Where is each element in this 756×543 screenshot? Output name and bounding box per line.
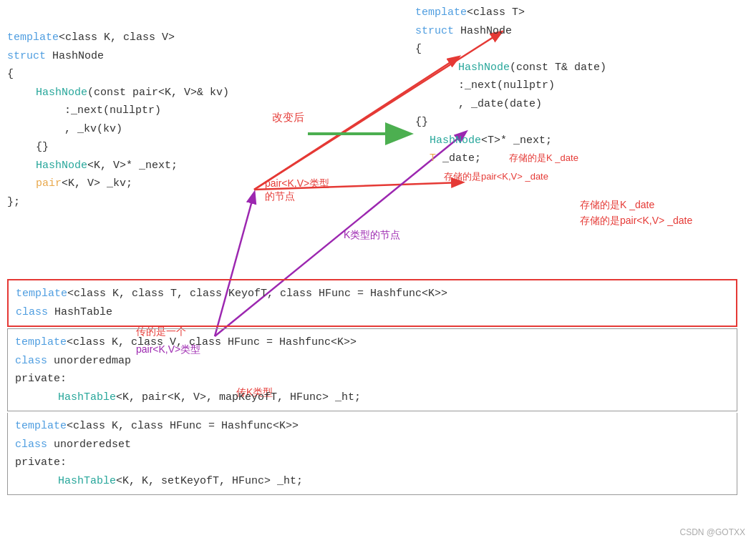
tl-line8: HashNode<K, V>* _next;: [7, 157, 229, 175]
tl-line3: {: [7, 65, 229, 84]
ht-line2: class HashTable: [16, 303, 729, 322]
us-line1: template<class K, class HFunc = Hashfunc…: [15, 417, 730, 436]
unorderedset-box: template<class K, class HFunc = Hashfunc…: [7, 413, 737, 495]
annotation-store-k: 存储的是K _date: [580, 199, 654, 212]
tr-line4: HashNode(const T& date): [415, 59, 606, 77]
um-line3: private:: [15, 370, 730, 388]
us-line2: class unorderedset: [15, 436, 730, 454]
annotation-pair-kv: pair<K,V>类型 的节点: [265, 177, 329, 203]
top-left-code: template<class K, class V> struct HashNo…: [7, 29, 229, 211]
tr-line5: :_next(nullptr): [415, 77, 606, 95]
watermark: CSDN @GOTXX: [679, 527, 745, 537]
tl-line5: :_next(nullptr): [7, 102, 229, 120]
um-line4: HashTable<K, pair<K, V>, mapKeyofT, HFun…: [15, 388, 730, 407]
tl-line1: template<class K, class V>: [7, 29, 229, 47]
um-line1: template<class K, class V, class HFunc =…: [15, 333, 730, 352]
main-container: template<class T> struct HashNode { Hash…: [0, 0, 756, 543]
annotation-store-pair: 存储的是pair<K,V> _date: [580, 215, 692, 228]
tl-line6: , _kv(kv): [7, 120, 229, 139]
tl-line9: pair<K, V> _kv;: [7, 175, 229, 193]
us-line4: HashTable<K, K, setKeyofT, HFunc> _ht;: [15, 472, 730, 491]
bottom-area: template<class K, class T, class KeyofT,…: [7, 279, 737, 495]
change-after-label: 改变后: [272, 111, 304, 124]
top-right-code: template<class T> struct HashNode { Hash…: [415, 4, 606, 186]
us-line3: private:: [15, 454, 730, 472]
tl-line2: struct HashNode: [7, 47, 229, 66]
um-line2: class unorderedmap: [15, 352, 730, 371]
tr-line7: {}: [415, 113, 606, 132]
tl-line4: HashNode(const pair<K, V>& kv): [7, 84, 229, 102]
tr-line1: template<class T>: [415, 4, 606, 22]
tl-line7: {}: [7, 138, 229, 157]
tr-line6: , _date(date): [415, 95, 606, 114]
ht-line1: template<class K, class T, class KeyofT,…: [16, 285, 729, 303]
hashtable-box: template<class K, class T, class KeyofT,…: [7, 279, 737, 327]
tl-line10: };: [7, 193, 229, 212]
unorderedmap-box: template<class K, class V, class HFunc =…: [7, 328, 737, 411]
tr-line2: struct HashNode: [415, 22, 606, 41]
annotation-k-type: K类型的节点: [344, 229, 400, 242]
tr-line10: 存储的是pair<K,V> _date: [415, 168, 606, 187]
tr-line3: {: [415, 40, 606, 59]
tr-line9: T _date; 存储的是K _date: [415, 150, 606, 168]
tr-line8: HashNode<T>* _next;: [415, 132, 606, 150]
